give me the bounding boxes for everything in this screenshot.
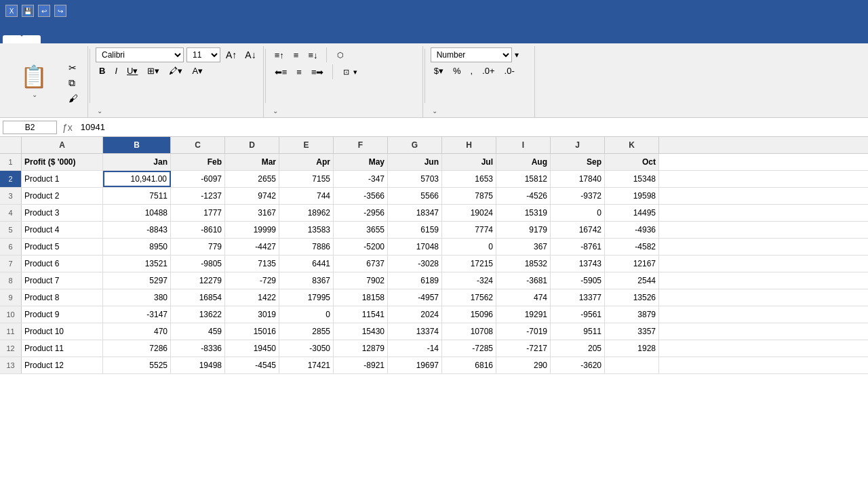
grid-cell[interactable]: 1653	[442, 171, 496, 187]
grid-cell[interactable]: 459	[171, 323, 225, 340]
col-header-a[interactable]: A	[22, 137, 103, 153]
col-header-f[interactable]: F	[334, 137, 388, 153]
grid-cell[interactable]: 18532	[496, 256, 551, 272]
save-icon[interactable]: 💾	[22, 5, 34, 17]
decrease-decimal-button[interactable]: .0-	[501, 64, 518, 77]
grid-cell[interactable]: Oct	[605, 154, 659, 170]
grid-cell[interactable]: Jul	[442, 154, 496, 170]
grid-cell[interactable]: 367	[496, 239, 551, 255]
tab-insert[interactable]	[60, 35, 79, 43]
grid-cell[interactable]: -7217	[496, 340, 551, 357]
tab-data[interactable]	[117, 35, 136, 43]
grid-cell[interactable]: 15348	[605, 171, 659, 187]
font-shrink-button[interactable]: A↓	[242, 48, 258, 62]
font-size-select[interactable]: 11	[186, 47, 220, 62]
grid-cell[interactable]: 10488	[103, 205, 171, 221]
paste-button[interactable]: 📋	[17, 64, 51, 91]
grid-cell[interactable]: 13377	[551, 289, 605, 306]
grid-cell[interactable]	[605, 357, 659, 373]
grid-cell[interactable]: 19598	[605, 188, 659, 204]
grid-cell[interactable]: 15319	[496, 205, 551, 221]
grid-cell[interactable]: -3147	[103, 306, 171, 323]
alignment-expand-icon[interactable]: ⌄	[273, 107, 278, 115]
number-format-select[interactable]: Number	[431, 47, 512, 62]
col-header-d[interactable]: D	[225, 137, 279, 153]
percent-button[interactable]: %	[450, 64, 465, 77]
grid-cell[interactable]: 12167	[605, 256, 659, 272]
align-left-button[interactable]: ⬅≡	[271, 66, 291, 79]
grid-cell[interactable]: 14495	[605, 205, 659, 221]
grid-cell[interactable]: -8921	[334, 357, 388, 373]
grid-cell[interactable]: 19024	[442, 205, 496, 221]
grid-cell[interactable]: 8950	[103, 239, 171, 255]
grid-cell[interactable]: -8843	[103, 222, 171, 238]
cut-button[interactable]: ✂	[66, 61, 83, 75]
grid-cell[interactable]: 7155	[279, 171, 334, 187]
comma-button[interactable]: ,	[467, 64, 476, 77]
grid-cell[interactable]: Product 4	[22, 222, 103, 238]
grid-cell[interactable]: 0	[551, 205, 605, 221]
tab-developer[interactable]	[155, 35, 174, 43]
col-header-e[interactable]: E	[279, 137, 334, 153]
grid-cell[interactable]: 19999	[225, 222, 279, 238]
grid-cell[interactable]: 3655	[334, 222, 388, 238]
wrap-text-button[interactable]: ⬡	[332, 48, 351, 62]
grid-cell[interactable]: -3681	[496, 272, 551, 289]
tab-page-layout[interactable]	[79, 35, 98, 43]
grid-cell[interactable]: Product 1	[22, 171, 103, 187]
tab-view[interactable]	[41, 35, 60, 43]
grid-cell[interactable]: -3566	[334, 188, 388, 204]
grid-cell[interactable]: 18347	[388, 205, 442, 221]
grid-cell[interactable]: 7886	[279, 239, 334, 255]
grid-cell[interactable]: 0	[279, 306, 334, 323]
grid-cell[interactable]: 7902	[334, 272, 388, 289]
grid-cell[interactable]: 744	[279, 188, 334, 204]
align-top-button[interactable]: ≡↑	[271, 49, 288, 62]
grid-cell[interactable]: 2855	[279, 323, 334, 340]
align-bottom-button[interactable]: ≡↓	[304, 49, 321, 62]
grid-cell[interactable]: 779	[171, 239, 225, 255]
grid-cell[interactable]: 0	[442, 239, 496, 255]
grid-cell[interactable]: -1237	[171, 188, 225, 204]
grid-cell[interactable]: -6097	[171, 171, 225, 187]
grid-cell[interactable]: Product 10	[22, 323, 103, 340]
grid-cell[interactable]: Product 11	[22, 340, 103, 357]
grid-cell[interactable]: 13583	[279, 222, 334, 238]
italic-button[interactable]: I	[111, 64, 121, 77]
grid-cell[interactable]: 380	[103, 289, 171, 306]
grid-cell[interactable]: 3879	[605, 306, 659, 323]
grid-cell[interactable]: 12879	[334, 340, 388, 357]
grid-cell[interactable]: 17562	[442, 289, 496, 306]
col-header-j[interactable]: J	[551, 137, 605, 153]
grid-cell[interactable]: Product 12	[22, 357, 103, 373]
grid-cell[interactable]: 19697	[388, 357, 442, 373]
grid-cell[interactable]: -4526	[496, 188, 551, 204]
grid-cell[interactable]: -4957	[388, 289, 442, 306]
grid-cell[interactable]: 19498	[171, 357, 225, 373]
col-header-c[interactable]: C	[171, 137, 225, 153]
formula-input[interactable]	[78, 121, 865, 134]
grid-cell[interactable]: 7286	[103, 340, 171, 357]
align-center-button[interactable]: ≡	[293, 66, 305, 79]
grid-cell[interactable]: 15096	[442, 306, 496, 323]
grid-cell[interactable]: 6189	[388, 272, 442, 289]
align-right-button[interactable]: ≡➡	[308, 66, 328, 79]
grid-cell[interactable]: 7774	[442, 222, 496, 238]
grid-cell[interactable]: 3167	[225, 205, 279, 221]
grid-cell[interactable]: 17840	[551, 171, 605, 187]
grid-cell[interactable]: -9805	[171, 256, 225, 272]
grid-cell[interactable]: 17995	[279, 289, 334, 306]
grid-cell[interactable]: 3357	[605, 323, 659, 340]
grid-cell[interactable]: 10,941.00	[103, 171, 171, 187]
tab-file[interactable]	[3, 35, 22, 43]
grid-cell[interactable]: -2956	[334, 205, 388, 221]
grid-cell[interactable]: 18158	[334, 289, 388, 306]
underline-button[interactable]: U▾	[123, 64, 141, 77]
grid-cell[interactable]: 8367	[279, 272, 334, 289]
grid-cell[interactable]: 16742	[551, 222, 605, 238]
grid-cell[interactable]: 15016	[225, 323, 279, 340]
font-expand-icon[interactable]: ⌄	[97, 107, 102, 115]
grid-cell[interactable]: Jun	[388, 154, 442, 170]
font-color-button[interactable]: A▾	[189, 64, 206, 77]
grid-cell[interactable]: 11541	[334, 306, 388, 323]
